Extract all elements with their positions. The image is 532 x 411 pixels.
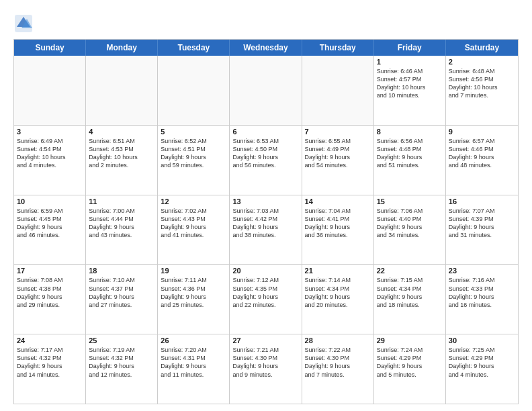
calendar-cell: 17Sunrise: 7:08 AMSunset: 4:38 PMDayligh… xyxy=(14,265,86,334)
cell-text: Sunrise: 7:21 AMSunset: 4:30 PMDaylight:… xyxy=(232,346,298,379)
calendar-cell: 27Sunrise: 7:21 AMSunset: 4:30 PMDayligh… xyxy=(230,334,302,404)
cell-text: Sunrise: 7:00 AMSunset: 4:44 PMDaylight:… xyxy=(89,207,154,240)
calendar-cell: 20Sunrise: 7:12 AMSunset: 4:35 PMDayligh… xyxy=(230,265,302,334)
day-number: 18 xyxy=(89,267,154,275)
cell-text: Sunrise: 7:19 AMSunset: 4:32 PMDaylight:… xyxy=(89,346,154,379)
calendar-cell: 1Sunrise: 6:46 AMSunset: 4:57 PMDaylight… xyxy=(374,56,446,125)
calendar-cell: 29Sunrise: 7:24 AMSunset: 4:29 PMDayligh… xyxy=(374,334,446,404)
cell-text: Sunrise: 7:07 AMSunset: 4:39 PMDaylight:… xyxy=(449,207,515,240)
day-number: 21 xyxy=(305,267,371,275)
day-number: 17 xyxy=(17,267,83,275)
calendar-header-tuesday: Tuesday xyxy=(158,40,230,56)
calendar-header: SundayMondayTuesdayWednesdayThursdayFrid… xyxy=(14,40,518,56)
calendar-header-monday: Monday xyxy=(86,40,158,56)
calendar-cell: 8Sunrise: 6:56 AMSunset: 4:48 PMDaylight… xyxy=(374,126,446,195)
day-number: 15 xyxy=(377,197,443,205)
cell-text: Sunrise: 6:49 AMSunset: 4:54 PMDaylight:… xyxy=(17,137,83,170)
calendar-cell: 24Sunrise: 7:17 AMSunset: 4:32 PMDayligh… xyxy=(14,334,86,404)
calendar-cell: 22Sunrise: 7:15 AMSunset: 4:34 PMDayligh… xyxy=(374,265,446,334)
calendar-header-sunday: Sunday xyxy=(14,40,86,56)
day-number: 9 xyxy=(449,128,515,136)
calendar-cell: 18Sunrise: 7:10 AMSunset: 4:37 PMDayligh… xyxy=(86,265,158,334)
day-number: 11 xyxy=(89,197,154,205)
calendar-cell xyxy=(14,56,86,125)
day-number: 5 xyxy=(161,128,226,136)
cell-text: Sunrise: 7:08 AMSunset: 4:38 PMDaylight:… xyxy=(17,276,83,309)
day-number: 28 xyxy=(305,336,371,345)
calendar-week-5: 24Sunrise: 7:17 AMSunset: 4:32 PMDayligh… xyxy=(14,334,518,404)
cell-text: Sunrise: 6:52 AMSunset: 4:51 PMDaylight:… xyxy=(161,137,226,170)
calendar-cell: 4Sunrise: 6:51 AMSunset: 4:53 PMDaylight… xyxy=(86,126,158,195)
cell-text: Sunrise: 6:57 AMSunset: 4:46 PMDaylight:… xyxy=(449,137,515,170)
day-number: 25 xyxy=(89,336,154,345)
cell-text: Sunrise: 7:06 AMSunset: 4:40 PMDaylight:… xyxy=(377,207,443,240)
cell-text: Sunrise: 6:53 AMSunset: 4:50 PMDaylight:… xyxy=(232,137,298,170)
day-number: 16 xyxy=(449,197,515,205)
calendar-cell: 6Sunrise: 6:53 AMSunset: 4:50 PMDaylight… xyxy=(230,126,302,195)
calendar-cell: 12Sunrise: 7:02 AMSunset: 4:43 PMDayligh… xyxy=(158,195,230,265)
day-number: 6 xyxy=(232,128,298,136)
calendar-cell: 11Sunrise: 7:00 AMSunset: 4:44 PMDayligh… xyxy=(86,195,158,265)
calendar-week-4: 17Sunrise: 7:08 AMSunset: 4:38 PMDayligh… xyxy=(14,265,518,334)
calendar-cell: 7Sunrise: 6:55 AMSunset: 4:49 PMDaylight… xyxy=(302,126,374,195)
cell-text: Sunrise: 6:59 AMSunset: 4:45 PMDaylight:… xyxy=(17,207,83,240)
calendar-cell: 28Sunrise: 7:22 AMSunset: 4:30 PMDayligh… xyxy=(302,334,374,404)
calendar-header-wednesday: Wednesday xyxy=(230,40,302,56)
day-number: 23 xyxy=(449,267,515,275)
day-number: 24 xyxy=(17,336,83,345)
cell-text: Sunrise: 6:48 AMSunset: 4:56 PMDaylight:… xyxy=(449,67,515,100)
day-number: 19 xyxy=(161,267,226,275)
cell-text: Sunrise: 7:17 AMSunset: 4:32 PMDaylight:… xyxy=(17,346,83,379)
day-number: 14 xyxy=(305,197,371,205)
calendar-week-1: 1Sunrise: 6:46 AMSunset: 4:57 PMDaylight… xyxy=(14,56,518,126)
day-number: 12 xyxy=(161,197,226,205)
calendar-header-saturday: Saturday xyxy=(446,40,518,56)
day-number: 13 xyxy=(232,197,298,205)
cell-text: Sunrise: 7:25 AMSunset: 4:29 PMDaylight:… xyxy=(449,346,515,379)
day-number: 2 xyxy=(449,58,515,66)
calendar-cell: 26Sunrise: 7:20 AMSunset: 4:31 PMDayligh… xyxy=(158,334,230,404)
day-number: 3 xyxy=(17,128,83,136)
calendar-cell: 19Sunrise: 7:11 AMSunset: 4:36 PMDayligh… xyxy=(158,265,230,334)
calendar-cell: 21Sunrise: 7:14 AMSunset: 4:34 PMDayligh… xyxy=(302,265,374,334)
cell-text: Sunrise: 7:11 AMSunset: 4:36 PMDaylight:… xyxy=(161,276,226,309)
header xyxy=(13,11,519,34)
cell-text: Sunrise: 6:51 AMSunset: 4:53 PMDaylight:… xyxy=(89,137,154,170)
day-number: 10 xyxy=(17,197,83,205)
day-number: 30 xyxy=(449,336,515,345)
cell-text: Sunrise: 7:24 AMSunset: 4:29 PMDaylight:… xyxy=(377,346,443,379)
cell-text: Sunrise: 7:12 AMSunset: 4:35 PMDaylight:… xyxy=(232,276,298,309)
calendar-cell xyxy=(230,56,302,125)
cell-text: Sunrise: 7:14 AMSunset: 4:34 PMDaylight:… xyxy=(305,276,371,309)
day-number: 1 xyxy=(377,58,443,66)
calendar-cell: 10Sunrise: 6:59 AMSunset: 4:45 PMDayligh… xyxy=(14,195,86,265)
calendar-cell: 2Sunrise: 6:48 AMSunset: 4:56 PMDaylight… xyxy=(446,56,518,125)
calendar-body: 1Sunrise: 6:46 AMSunset: 4:57 PMDaylight… xyxy=(14,56,518,404)
cell-text: Sunrise: 6:55 AMSunset: 4:49 PMDaylight:… xyxy=(305,137,371,170)
cell-text: Sunrise: 7:22 AMSunset: 4:30 PMDaylight:… xyxy=(305,346,371,379)
calendar-cell: 14Sunrise: 7:04 AMSunset: 4:41 PMDayligh… xyxy=(302,195,374,265)
day-number: 22 xyxy=(377,267,443,275)
day-number: 26 xyxy=(161,336,226,345)
day-number: 8 xyxy=(377,128,443,136)
calendar: SundayMondayTuesdayWednesdayThursdayFrid… xyxy=(13,39,519,404)
cell-text: Sunrise: 7:15 AMSunset: 4:34 PMDaylight:… xyxy=(377,276,443,309)
calendar-cell: 16Sunrise: 7:07 AMSunset: 4:39 PMDayligh… xyxy=(446,195,518,265)
calendar-cell: 23Sunrise: 7:16 AMSunset: 4:33 PMDayligh… xyxy=(446,265,518,334)
logo xyxy=(13,13,36,34)
cell-text: Sunrise: 7:03 AMSunset: 4:42 PMDaylight:… xyxy=(232,207,298,240)
cell-text: Sunrise: 7:10 AMSunset: 4:37 PMDaylight:… xyxy=(89,276,154,309)
calendar-cell: 30Sunrise: 7:25 AMSunset: 4:29 PMDayligh… xyxy=(446,334,518,404)
day-number: 20 xyxy=(232,267,298,275)
calendar-cell: 13Sunrise: 7:03 AMSunset: 4:42 PMDayligh… xyxy=(230,195,302,265)
page: SundayMondayTuesdayWednesdayThursdayFrid… xyxy=(0,0,532,411)
cell-text: Sunrise: 7:04 AMSunset: 4:41 PMDaylight:… xyxy=(305,207,371,240)
calendar-cell xyxy=(86,56,158,125)
calendar-cell xyxy=(158,56,230,125)
calendar-cell: 9Sunrise: 6:57 AMSunset: 4:46 PMDaylight… xyxy=(446,126,518,195)
day-number: 7 xyxy=(305,128,371,136)
calendar-header-thursday: Thursday xyxy=(302,40,374,56)
cell-text: Sunrise: 7:02 AMSunset: 4:43 PMDaylight:… xyxy=(161,207,226,240)
cell-text: Sunrise: 7:16 AMSunset: 4:33 PMDaylight:… xyxy=(449,276,515,309)
calendar-cell: 25Sunrise: 7:19 AMSunset: 4:32 PMDayligh… xyxy=(86,334,158,404)
